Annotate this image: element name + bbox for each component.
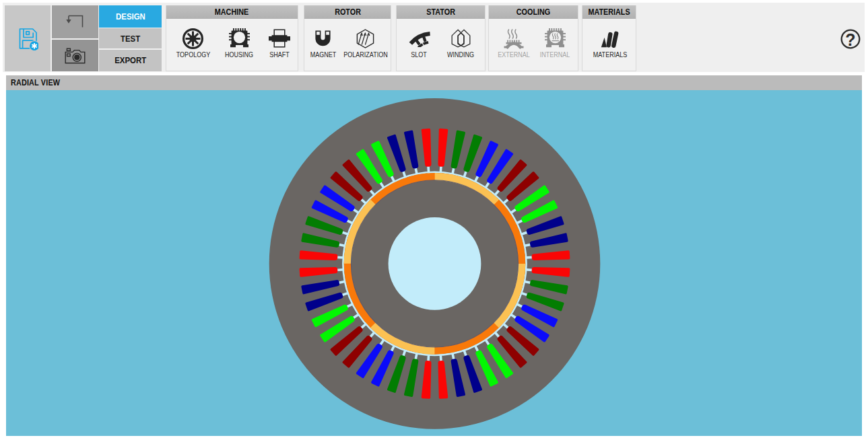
svg-text:?: ? bbox=[845, 30, 855, 49]
